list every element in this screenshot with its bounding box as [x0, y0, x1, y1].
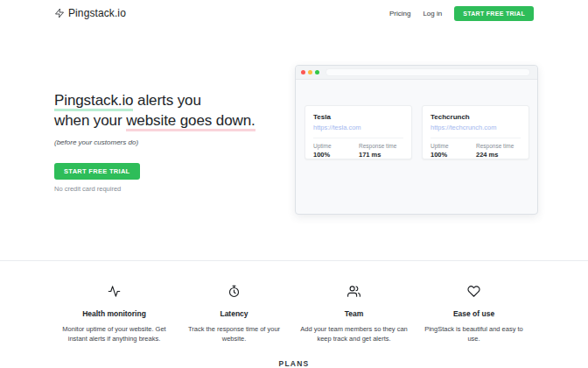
activity-icon — [108, 285, 121, 298]
section-divider — [0, 260, 588, 261]
hero-heading-line1-rest: alerts you — [133, 92, 200, 109]
uptime-value: 100% — [313, 151, 352, 159]
feature-description: Add your team members so they can keep t… — [299, 324, 409, 343]
monitor-site-url: https://techcrunch.com — [430, 124, 521, 131]
hero-highlight-brand: Pingstack.io — [54, 92, 133, 111]
response-time-label: Response time — [476, 143, 514, 149]
uptime-stat: Uptime 100% — [430, 143, 469, 159]
feature-latency: Latency Track the response time of your … — [174, 285, 294, 343]
traffic-light-close-icon — [301, 70, 305, 74]
browser-body: Tesla https://tesla.com Uptime 100% Resp… — [296, 80, 537, 159]
hero-section: Pingstack.io alerts youwhen your website… — [54, 90, 284, 193]
heart-icon — [467, 285, 480, 298]
feature-title: Health monitoring — [60, 309, 169, 318]
features-section: Health monitoring Monitor uptime of your… — [54, 285, 534, 343]
hero-heading-line2-pre: when your — [54, 112, 126, 129]
feature-description: PingStack is beautiful and easy to use. — [419, 324, 528, 343]
traffic-light-minimize-icon — [308, 70, 312, 74]
logo[interactable]: Pingstack.io — [54, 7, 126, 19]
response-time-label: Response time — [359, 143, 397, 149]
nav-cta-button[interactable]: START FREE TRIAL — [454, 6, 534, 21]
zap-icon — [54, 8, 65, 18]
hero-highlight-down: website goes down. — [126, 112, 256, 131]
monitor-site-name: Techcrunch — [430, 113, 521, 121]
feature-ease-of-use: Ease of use PingStack is beautiful and e… — [414, 285, 534, 343]
response-time-stat: Response time 171 ms — [359, 143, 397, 159]
feature-description: Monitor uptime of your website. Get inst… — [60, 324, 169, 343]
monitor-stats: Uptime 100% Response time 171 ms — [313, 138, 403, 159]
hero-heading: Pingstack.io alerts youwhen your website… — [54, 90, 284, 131]
browser-address-bar — [326, 68, 530, 76]
monitor-card-techcrunch: Techcrunch https://techcrunch.com Uptime… — [422, 105, 529, 159]
hero-subheading: (before your customers do) — [54, 138, 284, 146]
monitor-site-url: https://tesla.com — [313, 124, 403, 131]
watch-icon — [228, 285, 241, 298]
response-time-stat: Response time 224 ms — [476, 143, 514, 159]
response-time-value: 171 ms — [359, 151, 397, 159]
monitor-stats: Uptime 100% Response time 224 ms — [430, 138, 521, 159]
browser-titlebar — [296, 66, 537, 80]
feature-title: Latency — [179, 309, 289, 318]
nav-links: Pricing Log in START FREE TRIAL — [389, 6, 534, 21]
browser-mockup: Tesla https://tesla.com Uptime 100% Resp… — [295, 65, 538, 215]
nav-link-login[interactable]: Log in — [423, 10, 442, 18]
landing-page: Pingstack.io Pricing Log in START FREE T… — [0, 0, 588, 368]
uptime-label: Uptime — [430, 143, 469, 149]
monitor-site-name: Tesla — [313, 113, 403, 121]
feature-title: Ease of use — [419, 309, 528, 318]
nav-link-pricing[interactable]: Pricing — [389, 10, 410, 18]
users-icon — [347, 285, 360, 298]
traffic-light-zoom-icon — [315, 70, 319, 74]
hero-cta-button[interactable]: START FREE TRIAL — [54, 163, 140, 180]
logo-text: Pingstack.io — [68, 7, 126, 19]
uptime-stat: Uptime 100% — [313, 143, 352, 159]
monitor-card-tesla: Tesla https://tesla.com Uptime 100% Resp… — [304, 105, 412, 159]
uptime-value: 100% — [430, 151, 469, 159]
feature-title: Team — [299, 309, 409, 318]
hero-cta-note: No credit card required — [54, 185, 284, 193]
uptime-label: Uptime — [313, 143, 352, 149]
feature-team: Team Add your team members so they can k… — [294, 285, 414, 343]
plans-heading: PLANS — [0, 359, 588, 368]
feature-health-monitoring: Health monitoring Monitor uptime of your… — [54, 285, 174, 343]
feature-description: Track the response time of your website. — [179, 324, 289, 343]
response-time-value: 224 ms — [476, 151, 514, 159]
navbar: Pingstack.io Pricing Log in START FREE T… — [0, 0, 588, 26]
